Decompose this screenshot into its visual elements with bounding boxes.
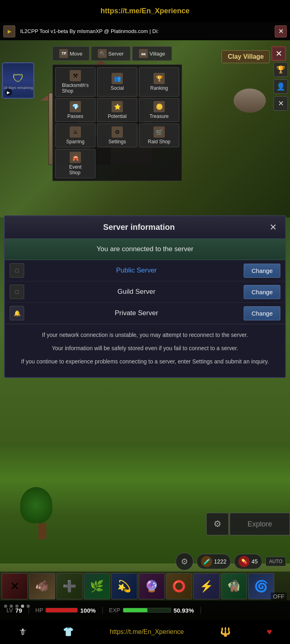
- level-display: LV 79: [0, 607, 29, 614]
- health-counter: 💊 45: [234, 554, 262, 569]
- nav-village[interactable]: 🏘 Village: [132, 46, 172, 61]
- guild-emblem-icon: 🛡: [12, 72, 24, 85]
- skill-5-icon: 💫: [112, 574, 137, 599]
- menu-sparring[interactable]: ⚔ Sparring: [55, 124, 95, 147]
- guild-server-change-button[interactable]: Change: [244, 285, 280, 299]
- tool-text: IL2CPP Tool v1-beta By mIsmanXP @ Platin…: [17, 28, 275, 34]
- server-row-public: □ Public Server Change: [5, 260, 285, 281]
- dot-2: [10, 605, 13, 608]
- auto-label: AUTO: [265, 557, 286, 566]
- close-right-button[interactable]: ✕: [273, 96, 288, 111]
- modal-info-1: If your network connection is unstable, …: [11, 331, 279, 339]
- private-server-change-button[interactable]: Change: [244, 306, 280, 320]
- private-server-name: Private Server: [29, 309, 244, 317]
- menu-close-button[interactable]: ✕: [271, 46, 286, 61]
- treasure-label: Treasure: [149, 114, 169, 119]
- server-row-private: 🔔 Private Server Change: [5, 303, 285, 324]
- sparring-label: Sparring: [66, 139, 84, 144]
- explore-button[interactable]: Explore: [230, 513, 290, 535]
- health-count: 45: [251, 558, 258, 565]
- tool-close-button[interactable]: ✕: [275, 25, 287, 37]
- exp-display: EXP 50.93%: [103, 607, 201, 614]
- skill-slot-8[interactable]: ⚡: [193, 573, 220, 599]
- heart-button[interactable]: ♥: [267, 627, 272, 637]
- armor-icon: 👕: [63, 627, 74, 637]
- hp-label: HP: [35, 607, 43, 613]
- potion-icon: 🧪: [201, 556, 212, 567]
- nav-server-label: Server: [108, 51, 124, 57]
- modal-close-button[interactable]: ✕: [266, 220, 280, 235]
- bottom-link[interactable]: https://t.me/En_Xperience: [110, 628, 184, 636]
- settings-explore-bar: ⚙ Explore: [206, 513, 290, 535]
- menu-social[interactable]: 👥 Social: [97, 67, 137, 97]
- skill-slot-9[interactable]: 🧌: [221, 573, 247, 599]
- menu-raid-shop[interactable]: 🛒 Raid Shop: [139, 124, 179, 147]
- hp-bar: [46, 608, 78, 613]
- modal-header: Server information ✕: [5, 216, 285, 239]
- clay-village-label: Clay Village: [222, 50, 270, 63]
- dot-5: [27, 605, 30, 608]
- modal-title: Server information: [103, 223, 175, 232]
- skill-9-icon: 🧌: [221, 574, 246, 599]
- armor-button[interactable]: 👕: [63, 627, 74, 637]
- nav-server[interactable]: 🔌 Server: [91, 46, 130, 61]
- menu-settings[interactable]: ⚙ Settings: [97, 124, 137, 147]
- blacksmith-icon: ⚒: [70, 70, 81, 81]
- bottom-bar: 🗡 👕 https://t.me/En_Xperience 🔱 ♥: [0, 620, 290, 644]
- trident-button[interactable]: 🔱: [220, 627, 231, 637]
- menu-potential[interactable]: ⭐ Potential: [97, 98, 137, 122]
- nav-menu: ⚒ Blacksmith'sShop 👥 Social 🏆 Ranking 💎 …: [52, 64, 182, 181]
- world-settings-button[interactable]: ⚙: [206, 513, 229, 535]
- status-bar: LV 79 HP 100% EXP 50.93%: [0, 601, 290, 620]
- trident-icon: 🔱: [220, 627, 231, 637]
- menu-passes[interactable]: 💎 Passes: [55, 98, 95, 122]
- heart-icon: ♥: [267, 627, 272, 637]
- connected-text: You are connected to the server: [97, 245, 193, 253]
- raid-shop-label: Raid Shop: [148, 139, 170, 144]
- game-background: https://t.me/En_Xperience ▶ IL2CPP Tool …: [0, 0, 290, 644]
- menu-blacksmith[interactable]: ⚒ Blacksmith'sShop: [55, 67, 95, 97]
- guild-play-button[interactable]: ▶: [5, 89, 12, 96]
- auto-off-label: OFF: [271, 592, 287, 601]
- nav-move[interactable]: 🗺 Move: [52, 46, 89, 61]
- guild-server-icon: □: [10, 285, 24, 299]
- guild-emblem[interactable]: 🛡 18 days remaining ▶: [2, 62, 34, 99]
- modal-info: If your network connection is unstable, …: [5, 324, 285, 377]
- rock-decoration: [234, 89, 266, 113]
- skill-slot-7[interactable]: ⭕: [166, 573, 192, 599]
- skill-slot-4[interactable]: 🌿: [84, 573, 110, 599]
- dot-3: [15, 605, 19, 608]
- lv-value: 79: [15, 607, 22, 614]
- social-label: Social: [111, 85, 124, 91]
- hp-display: HP 100%: [29, 607, 103, 614]
- social-icon: 👥: [112, 73, 123, 84]
- tool-bar: ▶ IL2CPP Tool v1-beta By mIsmanXP @ Plat…: [0, 22, 290, 40]
- move-icon: 🗺: [59, 49, 68, 58]
- skill-slot-6[interactable]: 🔮: [139, 573, 165, 599]
- sword-button[interactable]: 🗡: [18, 627, 27, 637]
- skill-slot-2[interactable]: 🐗: [29, 573, 55, 599]
- hp-value: 100%: [80, 607, 95, 614]
- exp-label: EXP: [109, 607, 120, 613]
- hud-settings-icon: ⚙: [181, 557, 188, 566]
- skills-bar: ✕ 🐗 ➕ 🌿 💫 🔮 ⭕ ⚡ 🧌 🌀: [0, 572, 290, 601]
- ranking-icon: 🏆: [153, 73, 165, 84]
- exp-value: 50.93%: [174, 607, 194, 614]
- modal-body: □ Public Server Change □ Guild Server Ch…: [5, 260, 285, 324]
- modal-info-2: Your information will be safely stored e…: [11, 344, 279, 353]
- skill-slot-5[interactable]: 💫: [111, 573, 137, 599]
- hud-settings-button[interactable]: ⚙: [176, 553, 193, 570]
- trophy-button[interactable]: 🏆: [273, 62, 288, 77]
- public-server-name: Public Server: [29, 266, 244, 275]
- menu-ranking[interactable]: 🏆 Ranking: [139, 67, 179, 97]
- person-button[interactable]: 👤: [273, 79, 288, 94]
- skill-2-icon: 🐗: [29, 574, 55, 599]
- menu-treasure[interactable]: 🪙 Treasure: [139, 98, 179, 122]
- skill-slot-1[interactable]: ✕: [2, 573, 28, 599]
- skill-slot-3[interactable]: ➕: [56, 573, 83, 599]
- dot-4: [21, 605, 24, 608]
- raid-shop-icon: 🛒: [153, 126, 165, 138]
- ranking-label: Ranking: [150, 85, 168, 91]
- menu-event-shop[interactable]: 🎪 EventShop: [55, 149, 95, 178]
- public-server-change-button[interactable]: Change: [244, 264, 280, 278]
